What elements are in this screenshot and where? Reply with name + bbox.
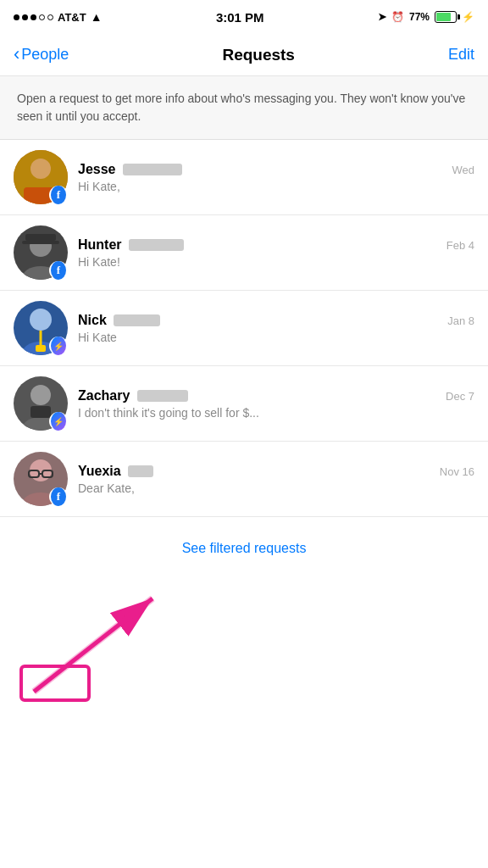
battery-fill [436, 13, 451, 21]
svg-rect-7 [25, 234, 56, 241]
conversation-header: Zachary Dec 7 [78, 388, 474, 403]
svg-rect-13 [36, 345, 46, 352]
status-left: AT&T ▲ [14, 10, 103, 24]
sender-name: Jesse [78, 162, 182, 177]
info-banner: Open a request to get more info about wh… [0, 76, 488, 140]
name-blur [128, 465, 153, 477]
status-time: 3:01 PM [216, 10, 264, 25]
platform-badge-messenger: ⚡ [49, 412, 68, 431]
back-button[interactable]: ‹ People [14, 46, 69, 64]
facebook-icon: f [51, 186, 66, 204]
message-date: Wed [452, 164, 475, 176]
dot-5 [47, 14, 53, 20]
svg-point-1 [30, 159, 51, 179]
message-date: Jan 8 [447, 314, 474, 327]
list-item[interactable]: ⚡ Zachary Dec 7 I don't think it's going… [0, 366, 488, 442]
messenger-icon: ⚡ [51, 337, 66, 355]
conversation-content: Yuexia Nov 16 Dear Kate, [78, 464, 474, 495]
back-chevron-icon: ‹ [14, 45, 19, 64]
sender-name: Yuexia [78, 464, 153, 479]
message-preview: Hi Kate! [78, 255, 474, 269]
facebook-icon: f [51, 261, 66, 280]
name-blur [129, 239, 184, 251]
message-date: Dec 7 [446, 390, 474, 403]
platform-badge-facebook: f [49, 186, 68, 204]
page-title: Requests [222, 46, 295, 64]
svg-line-26 [34, 598, 152, 692]
conversation-content: Zachary Dec 7 I don't think it's going t… [78, 388, 474, 420]
filtered-requests-section: See filtered requests [0, 517, 488, 573]
charging-icon: ⚡ [462, 11, 474, 23]
battery-percent: 77% [409, 11, 430, 23]
dot-1 [14, 14, 19, 20]
message-date: Nov 16 [440, 465, 474, 478]
conversation-list: f Jesse Wed Hi Kate, [0, 140, 488, 517]
arrow-annotation [0, 573, 488, 709]
message-preview: Dear Kate, [78, 481, 474, 495]
message-preview: Hi Kate [78, 331, 474, 344]
list-item[interactable]: ⚡ Nick Jan 8 Hi Kate [0, 291, 488, 366]
list-item[interactable]: f Jesse Wed Hi Kate, [0, 140, 488, 215]
status-right: ➤ ⏰ 77% ⚡ [378, 11, 474, 23]
platform-badge-messenger: ⚡ [49, 337, 68, 355]
signal-dots [14, 14, 53, 20]
svg-point-15 [30, 385, 51, 405]
avatar-wrapper: f [14, 452, 68, 506]
name-blur [123, 164, 182, 175]
conversation-header: Yuexia Nov 16 [78, 464, 474, 479]
list-item[interactable]: f Yuexia Nov 16 Dear Kate, [0, 442, 488, 517]
battery-indicator [435, 11, 457, 23]
messenger-icon: ⚡ [51, 412, 66, 431]
avatar-wrapper: f [14, 225, 68, 280]
message-preview: I don't think it's going to sell for $..… [78, 406, 474, 420]
nav-bar: ‹ People Requests Edit [0, 34, 488, 76]
dot-2 [22, 14, 28, 20]
dot-3 [30, 14, 36, 20]
platform-badge-facebook: f [49, 487, 68, 506]
filtered-requests-link[interactable]: See filtered requests [182, 541, 307, 555]
avatar-wrapper: ⚡ [14, 376, 68, 431]
status-bar: AT&T ▲ 3:01 PM ➤ ⏰ 77% ⚡ [0, 0, 488, 34]
message-date: Feb 4 [446, 239, 474, 252]
conversation-content: Nick Jan 8 Hi Kate [78, 313, 474, 344]
annotation-arrow [17, 581, 203, 709]
edit-button[interactable]: Edit [448, 46, 474, 64]
location-icon: ➤ [378, 11, 386, 23]
facebook-icon: f [51, 487, 66, 506]
wifi-icon: ▲ [91, 10, 103, 24]
name-blur [114, 314, 160, 326]
conversation-header: Hunter Feb 4 [78, 237, 474, 253]
sender-name: Hunter [78, 237, 184, 253]
battery-icon [435, 11, 457, 23]
svg-rect-17 [30, 406, 51, 418]
platform-badge-facebook: f [49, 261, 68, 280]
alarm-icon: ⏰ [391, 11, 404, 23]
avatar-wrapper: ⚡ [14, 301, 68, 355]
conversation-content: Jesse Wed Hi Kate, [78, 162, 474, 193]
sender-name: Zachary [78, 388, 188, 403]
avatar-wrapper: f [14, 150, 68, 204]
message-preview: Hi Kate, [78, 180, 474, 193]
back-label: People [21, 46, 69, 64]
name-blur [137, 390, 188, 402]
svg-rect-8 [22, 241, 59, 244]
conversation-header: Jesse Wed [78, 162, 474, 177]
sender-name: Nick [78, 313, 160, 328]
conversation-content: Hunter Feb 4 Hi Kate! [78, 237, 474, 269]
conversation-header: Nick Jan 8 [78, 313, 474, 328]
dot-4 [39, 14, 45, 20]
svg-point-10 [30, 309, 52, 331]
info-banner-text: Open a request to get more info about wh… [17, 90, 471, 125]
list-item[interactable]: f Hunter Feb 4 Hi Kate! [0, 215, 488, 291]
carrier-label: AT&T [58, 11, 86, 24]
